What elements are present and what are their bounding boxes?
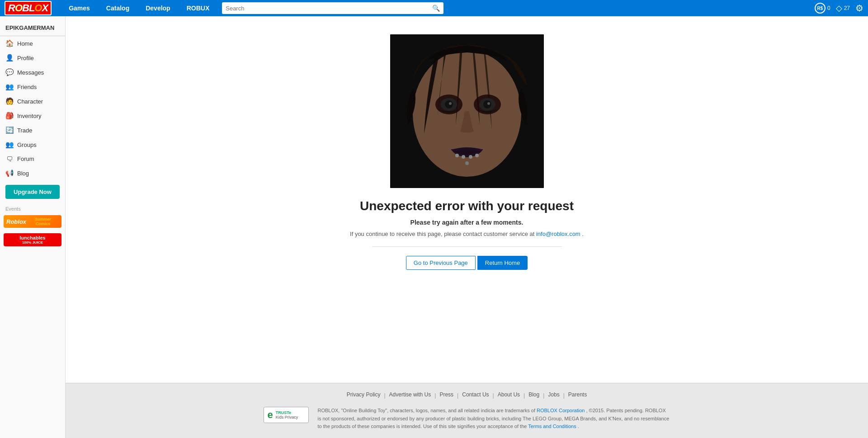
main-content: Unexpected error with your request Pleas… xyxy=(66,16,868,438)
legal-end: . xyxy=(578,424,579,429)
sidebar-item-messages[interactable]: 💬 Messages xyxy=(0,65,65,80)
svg-point-8 xyxy=(449,102,452,105)
nav-robux[interactable]: ROBUX xyxy=(179,0,218,16)
robux-count: 0 xyxy=(827,5,830,11)
error-image-inner xyxy=(390,34,544,188)
inventory-icon: 🎒 xyxy=(5,112,14,120)
footer-links: Privacy Policy | Advertise with Us | Pre… xyxy=(75,391,859,400)
search-button[interactable]: 🔍 xyxy=(432,5,440,12)
error-divider xyxy=(372,246,562,247)
sidebar-item-profile[interactable]: 👤 Profile xyxy=(0,51,65,65)
svg-point-6 xyxy=(445,100,453,108)
sidebar-label-trade: Trade xyxy=(17,127,32,134)
lunchables-badge: lunchables 100% JUICE xyxy=(4,233,61,246)
friends-icon: 👥 xyxy=(5,83,14,91)
event-summer-comics[interactable]: Roblox Summer Comics xyxy=(0,213,65,231)
svg-point-14 xyxy=(465,161,469,165)
sidebar-label-groups: Groups xyxy=(17,141,37,148)
event-lunchables[interactable]: lunchables 100% JUICE xyxy=(0,231,65,250)
nav-links: Games Catalog Develop ROBUX xyxy=(61,0,217,16)
sidebar: EPIKGAMERMAN 🏠 Home 👤 Profile 💬 Messages… xyxy=(0,16,66,438)
legal-prefix: ROBLOX, "Online Building Toy", character… xyxy=(318,408,535,413)
footer-privacy-policy[interactable]: Privacy Policy xyxy=(343,391,384,400)
sidebar-label-home: Home xyxy=(17,40,33,47)
roblox-corp-link[interactable]: ROBLOX Corporation xyxy=(537,408,585,413)
error-desc-suffix: . xyxy=(582,231,584,237)
top-navigation: ROBLOX Games Catalog Develop ROBUX 🔍 R$ … xyxy=(0,0,868,16)
sidebar-item-home[interactable]: 🏠 Home xyxy=(0,36,65,51)
upgrade-button[interactable]: Upgrade Now xyxy=(5,185,60,199)
footer-bottom: e TRUSTe Kids Privacy ROBLOX, "Online Bu… xyxy=(264,407,670,431)
nav-develop[interactable]: Develop xyxy=(137,0,178,16)
footer-parents[interactable]: Parents xyxy=(565,391,590,400)
page-layout: EPIKGAMERMAN 🏠 Home 👤 Profile 💬 Messages… xyxy=(0,16,868,438)
footer: Privacy Policy | Advertise with Us | Pre… xyxy=(66,383,868,438)
events-label: Events xyxy=(0,203,65,213)
sidebar-item-groups[interactable]: 👥 Groups xyxy=(0,137,65,152)
sidebar-item-trade[interactable]: 🔄 Trade xyxy=(0,123,65,137)
profile-icon: 👤 xyxy=(5,54,14,62)
error-title: Unexpected error with your request xyxy=(360,199,574,213)
truste-e-icon: e xyxy=(268,409,273,421)
roblox-logo[interactable]: ROBLOX xyxy=(5,1,52,15)
svg-point-12 xyxy=(469,155,472,159)
creepy-face-svg xyxy=(390,34,544,188)
sidebar-label-character: Character xyxy=(17,98,43,105)
sidebar-label-messages: Messages xyxy=(17,69,44,76)
footer-about[interactable]: About Us xyxy=(494,391,524,400)
svg-point-11 xyxy=(462,155,465,159)
svg-point-10 xyxy=(455,154,459,157)
gear-icon: ⚙ xyxy=(855,3,863,14)
error-subtitle: Please try again after a few moments. xyxy=(410,219,524,226)
sidebar-label-inventory: Inventory xyxy=(17,113,41,119)
nav-games[interactable]: Games xyxy=(61,0,98,16)
forum-icon: 🗨 xyxy=(5,155,14,163)
svg-point-13 xyxy=(475,154,479,157)
sidebar-item-forum[interactable]: 🗨 Forum xyxy=(0,152,65,166)
footer-legal-text: ROBLOX, "Online Building Toy", character… xyxy=(318,407,670,431)
footer-press[interactable]: Press xyxy=(436,391,457,400)
go-to-previous-page-button[interactable]: Go to Previous Page xyxy=(406,256,476,270)
search-bar: 🔍 xyxy=(222,2,443,14)
messages-icon: 💬 xyxy=(5,68,14,76)
sidebar-username: EPIKGAMERMAN xyxy=(0,21,65,36)
logo-area[interactable]: ROBLOX xyxy=(5,1,52,15)
truste-text: TRUSTe Kids Privacy xyxy=(276,410,298,419)
footer-contact[interactable]: Contact Us xyxy=(458,391,492,400)
svg-point-7 xyxy=(483,100,491,108)
footer-blog[interactable]: Blog xyxy=(525,391,543,400)
sidebar-label-profile: Profile xyxy=(17,55,34,61)
nav-right-icons: R$ 0 ◇ 27 ⚙ xyxy=(815,3,863,14)
sidebar-label-forum: Forum xyxy=(17,155,34,162)
home-icon: 🏠 xyxy=(5,39,14,47)
trade-icon: 🔄 xyxy=(5,126,14,134)
footer-advertise[interactable]: Advertise with Us xyxy=(386,391,435,400)
error-image xyxy=(390,34,544,188)
bc-count: 27 xyxy=(844,5,850,11)
builders-club[interactable]: ◇ 27 xyxy=(836,3,850,13)
error-email-link[interactable]: info@roblox.com xyxy=(536,231,580,237)
nav-catalog[interactable]: Catalog xyxy=(98,0,137,16)
svg-point-9 xyxy=(487,102,490,105)
error-desc-prefix: If you continue to receive this page, pl… xyxy=(350,231,534,237)
sidebar-item-character[interactable]: 🧑 Character xyxy=(0,94,65,108)
robux-balance[interactable]: R$ 0 xyxy=(815,3,830,14)
sidebar-label-friends: Friends xyxy=(17,84,37,90)
search-input[interactable] xyxy=(226,5,432,12)
truste-badge[interactable]: e TRUSTe Kids Privacy xyxy=(264,407,309,423)
sidebar-item-friends[interactable]: 👥 Friends xyxy=(0,80,65,94)
return-home-button[interactable]: Return Home xyxy=(477,256,528,270)
groups-icon: 👥 xyxy=(5,141,14,149)
bc-icon: ◇ xyxy=(836,3,842,13)
sidebar-item-inventory[interactable]: 🎒 Inventory xyxy=(0,108,65,123)
footer-jobs[interactable]: Jobs xyxy=(544,391,563,400)
blog-icon: 📢 xyxy=(5,169,14,177)
error-content: Unexpected error with your request Pleas… xyxy=(66,16,868,383)
settings-button[interactable]: ⚙ xyxy=(855,3,863,14)
error-buttons: Go to Previous Page Return Home xyxy=(406,256,528,270)
robux-icon: R$ xyxy=(815,3,826,14)
sidebar-item-blog[interactable]: 📢 Blog xyxy=(0,166,65,180)
character-icon: 🧑 xyxy=(5,97,14,105)
error-desc: If you continue to receive this page, pl… xyxy=(350,231,584,237)
terms-link[interactable]: Terms and Conditions xyxy=(528,424,576,429)
